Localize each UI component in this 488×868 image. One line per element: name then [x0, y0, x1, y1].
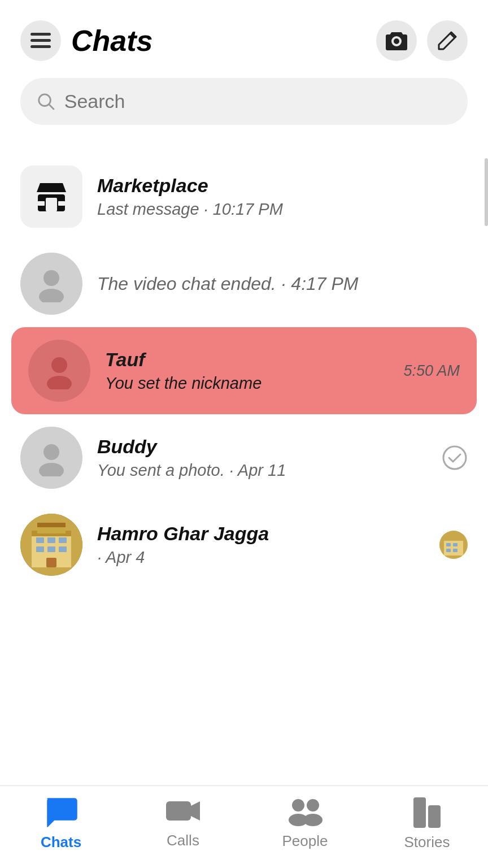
compose-icon — [438, 31, 457, 50]
chat-preview-hamro: · Apr 4 — [97, 548, 434, 567]
svg-point-37 — [307, 799, 319, 811]
svg-point-13 — [39, 463, 64, 476]
svg-rect-32 — [453, 549, 457, 552]
chat-item-marketplace[interactable]: Marketplace Last message · 10:17 PM — [0, 153, 488, 240]
chat-meta-hamro — [439, 531, 468, 559]
chat-info-hamro: Hamro Ghar Jagga · Apr 4 — [97, 523, 434, 567]
nav-icon-people — [286, 797, 324, 828]
chat-list: Marketplace Last message · 10:17 PM The … — [0, 136, 488, 588]
chat-preview-buddy: You sent a photo. · Apr 11 — [97, 461, 436, 480]
avatar-hamro — [20, 514, 82, 576]
nav-item-stories[interactable]: Stories — [393, 796, 461, 851]
chat-preview-tauf: You set the nickname — [105, 374, 398, 393]
svg-rect-24 — [47, 546, 55, 552]
svg-rect-21 — [47, 537, 55, 543]
chat-item-buddy[interactable]: Buddy You sent a photo. · Apr 11 — [0, 414, 488, 501]
avatar-marketplace — [20, 166, 82, 228]
svg-rect-25 — [59, 546, 67, 552]
nav-icon-stories — [412, 796, 442, 829]
calls-nav-icon — [165, 798, 201, 827]
avatar-unknown1 — [20, 253, 82, 315]
svg-point-11 — [47, 376, 72, 389]
svg-rect-26 — [46, 558, 56, 567]
svg-rect-20 — [36, 537, 44, 543]
page-title: Chats — [71, 24, 152, 58]
chat-info-buddy: Buddy You sent a photo. · Apr 11 — [97, 436, 436, 480]
compose-button[interactable] — [427, 20, 468, 61]
chats-nav-icon — [44, 796, 78, 829]
chat-info-marketplace: Marketplace Last message · 10:17 PM — [97, 175, 468, 219]
svg-point-3 — [39, 94, 51, 106]
people-nav-icon — [286, 797, 324, 828]
svg-rect-33 — [166, 801, 191, 821]
chat-info-unknown1: The video chat ended. · 4:17 PM — [97, 274, 468, 294]
svg-point-14 — [443, 446, 466, 469]
nav-item-people[interactable]: People — [271, 797, 339, 850]
nav-label-calls: Calls — [167, 832, 199, 849]
svg-rect-19 — [37, 523, 66, 527]
nav-item-calls[interactable]: Calls — [149, 798, 217, 849]
chat-name-tauf: Tauf — [105, 349, 398, 371]
hamro-thumb — [439, 531, 468, 559]
nav-label-people: People — [282, 832, 328, 850]
marketplace-icon — [33, 179, 69, 215]
svg-rect-0 — [30, 33, 51, 36]
header-left: Chats — [20, 20, 152, 61]
camera-button[interactable] — [376, 20, 417, 61]
svg-point-8 — [43, 270, 59, 286]
svg-rect-40 — [428, 805, 441, 828]
nav-icon-calls — [165, 798, 201, 827]
svg-rect-29 — [446, 543, 451, 546]
svg-rect-31 — [446, 549, 451, 552]
menu-icon — [30, 33, 51, 49]
avatar-buddy — [20, 427, 82, 489]
search-input[interactable] — [64, 90, 451, 112]
svg-point-10 — [51, 357, 67, 373]
svg-point-35 — [292, 799, 304, 811]
chat-preview-marketplace: Last message · 10:17 PM — [97, 200, 468, 219]
svg-rect-6 — [38, 201, 45, 206]
chat-item-hamro[interactable]: Hamro Ghar Jagga · Apr 4 — [0, 501, 488, 588]
person-icon-1 — [33, 266, 70, 302]
chat-meta-buddy — [442, 445, 468, 471]
chat-item-unknown1[interactable]: The video chat ended. · 4:17 PM — [0, 240, 488, 327]
check-icon — [442, 445, 468, 471]
svg-rect-7 — [58, 201, 65, 206]
stories-nav-icon — [412, 796, 442, 829]
chat-item-tauf[interactable]: Tauf You set the nickname 5:50 AM — [11, 327, 477, 414]
nav-icon-chats — [44, 796, 78, 829]
svg-point-9 — [39, 289, 64, 302]
chat-time-tauf: 5:50 AM — [403, 362, 460, 380]
chat-name-buddy: Buddy — [97, 436, 436, 458]
avatar-tauf — [28, 340, 90, 402]
search-icon — [37, 92, 55, 111]
svg-marker-34 — [191, 801, 200, 821]
svg-point-38 — [303, 814, 323, 826]
chat-name-marketplace: Marketplace — [97, 175, 468, 197]
svg-rect-5 — [46, 198, 57, 211]
chat-preview-unknown1: The video chat ended. · 4:17 PM — [97, 274, 468, 294]
person-icon-buddy — [33, 440, 70, 476]
bottom-nav: Chats Calls People — [0, 785, 488, 868]
nav-label-stories: Stories — [404, 834, 450, 851]
search-bar[interactable] — [20, 78, 468, 125]
svg-rect-23 — [36, 546, 44, 552]
menu-button[interactable] — [20, 20, 61, 61]
nav-label-chats: Chats — [41, 834, 81, 851]
building-icon — [20, 514, 82, 576]
svg-rect-22 — [59, 537, 67, 543]
chat-info-tauf: Tauf You set the nickname — [105, 349, 398, 393]
person-icon-tauf — [41, 353, 78, 389]
nav-item-chats[interactable]: Chats — [27, 796, 95, 851]
header-actions — [376, 20, 468, 61]
svg-rect-28 — [444, 541, 463, 555]
chat-name-hamro: Hamro Ghar Jagga — [97, 523, 434, 545]
svg-rect-30 — [453, 543, 457, 546]
svg-rect-2 — [30, 45, 51, 48]
svg-point-12 — [43, 444, 59, 460]
chat-meta-tauf: 5:50 AM — [403, 362, 460, 380]
svg-rect-1 — [30, 39, 51, 42]
camera-icon — [385, 31, 408, 50]
svg-rect-39 — [413, 797, 426, 828]
header: Chats — [0, 0, 488, 72]
